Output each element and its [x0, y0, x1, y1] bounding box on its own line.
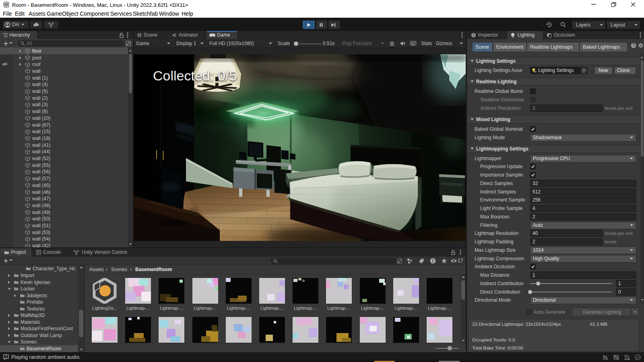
svg-text:?: ? — [632, 43, 635, 47]
